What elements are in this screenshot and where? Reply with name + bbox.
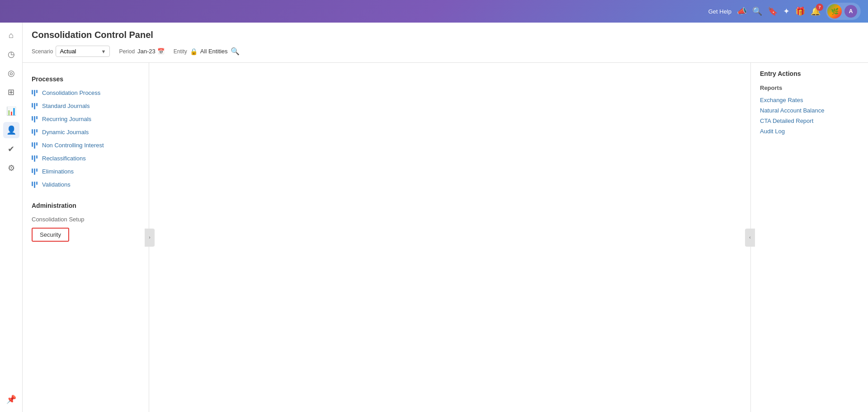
reports-sub-title: Reports [760,84,859,91]
consolidation-process-item[interactable]: Consolidation Process [23,86,149,99]
sidebar-person-icon[interactable]: 👤 [3,122,19,138]
brand-logo-icon: 🌿 [827,4,842,19]
eliminations-icon [32,169,38,175]
processes-section-title: Processes [23,72,149,86]
dynamic-journals-label: Dynamic Journals [42,129,89,136]
standard-journals-label: Standard Journals [42,103,90,109]
recurring-journals-icon [32,116,38,122]
notification-badge: 7 [816,4,823,11]
get-help-button[interactable]: Get Help [708,8,731,15]
sidebar-target-icon[interactable]: ◎ [3,65,19,81]
sidebar-grid-icon[interactable]: ⊞ [3,84,19,100]
user-avatar-container[interactable]: 🌿 A [826,3,861,20]
three-col-layout: Processes Consolidation Process [23,63,868,412]
non-controlling-interest-label: Non Controlling Interest [42,142,104,149]
natural-account-balance-link[interactable]: Natural Account Balance [760,105,859,116]
main-layout: ⌂ ◷ ◎ ⊞ 📊 👤 ✔ ⚙ 📌 Consolidation Control … [0,23,868,412]
non-controlling-interest-icon [32,142,38,149]
period-filter-group: Period Jan-23 📅 [119,48,164,55]
validations-label: Validations [42,181,71,188]
consolidation-setup-label: Consolidation Setup [32,216,84,223]
sidebar-pin-icon[interactable]: 📌 [3,391,19,407]
sidebar-home-icon[interactable]: ⌂ [3,27,19,43]
right-panel-collapse-button[interactable]: ‹ [745,229,755,247]
validations-item[interactable]: Validations [23,178,149,191]
scenario-label: Scenario [32,48,53,55]
top-nav: Get Help 📣 🔍 🔖 ✦ 🎁 🔔 7 🌿 A [0,0,868,23]
standard-journals-icon [32,103,38,109]
administration-section-title: Administration [23,198,149,213]
consolidation-process-icon [32,90,38,96]
page-title: Consolidation Control Panel [32,30,859,40]
right-panel: Entry Actions Reports Exchange Rates Nat… [750,63,868,412]
scenario-dropdown-icon: ▼ [101,49,106,54]
scenario-select[interactable]: Actual ▼ [56,46,110,57]
user-avatar: A [844,5,857,18]
period-display: Jan-23 📅 [137,48,165,55]
security-item[interactable]: Security [32,228,69,242]
sidebar-icons: ⌂ ◷ ◎ ⊞ 📊 👤 ✔ ⚙ 📌 [0,23,23,412]
non-controlling-interest-item[interactable]: Non Controlling Interest [23,139,149,152]
reclassifications-label: Reclassifications [42,155,86,162]
megaphone-icon[interactable]: 📣 [737,6,747,16]
entity-display: 🔒 All Entities 🔍 [190,47,240,56]
page-header: Consolidation Control Panel Scenario Act… [23,23,868,63]
scenario-value: Actual [60,48,76,55]
reclassifications-icon [32,155,38,162]
search-icon[interactable]: 🔍 [752,6,762,16]
entity-value: All Entities [200,48,228,55]
bell-icon[interactable]: 🔔 7 [811,6,821,16]
eliminations-item[interactable]: Eliminations [23,165,149,178]
sidebar-gear-icon[interactable]: ⚙ [3,160,19,176]
entity-lock-icon: 🔒 [190,48,198,55]
recurring-journals-label: Recurring Journals [42,116,91,122]
reclassifications-item[interactable]: Reclassifications [23,152,149,165]
dynamic-journals-icon [32,129,38,136]
standard-journals-item[interactable]: Standard Journals [23,99,149,112]
entry-actions-title: Entry Actions [760,70,859,77]
security-item-wrapper: Security [23,226,149,243]
audit-log-link[interactable]: Audit Log [760,126,859,136]
cta-detailed-report-link[interactable]: CTA Detailed Report [760,116,859,126]
right-panel-wrapper: ‹ Entry Actions Reports Exchange Rates N… [750,63,868,412]
filter-bar: Scenario Actual ▼ Period Jan-23 📅 Entity [32,46,859,62]
bookmark-icon[interactable]: 🔖 [768,6,778,16]
compass-icon[interactable]: ✦ [783,6,790,16]
entity-search-icon[interactable]: 🔍 [231,47,240,56]
sidebar-check-icon[interactable]: ✔ [3,141,19,157]
dynamic-journals-item[interactable]: Dynamic Journals [23,126,149,139]
content-area: Consolidation Control Panel Scenario Act… [23,23,868,412]
gift-icon[interactable]: 🎁 [795,6,805,16]
middle-panel [149,63,750,412]
scenario-filter-group: Scenario Actual ▼ [32,46,110,57]
exchange-rates-link[interactable]: Exchange Rates [760,95,859,105]
entity-label: Entity [174,48,187,55]
left-panel-wrapper: Processes Consolidation Process [23,63,149,412]
consolidation-setup-item[interactable]: Consolidation Setup [23,213,149,226]
sidebar-history-icon[interactable]: ◷ [3,46,19,62]
validations-icon [32,182,38,188]
period-value: Jan-23 [137,48,156,55]
entity-filter-group: Entity 🔒 All Entities 🔍 [174,47,240,56]
recurring-journals-item[interactable]: Recurring Journals [23,112,149,126]
sidebar-chart-icon[interactable]: 📊 [3,103,19,119]
left-panel-collapse-button[interactable]: › [145,229,155,247]
period-label: Period [119,48,135,55]
eliminations-label: Eliminations [42,168,74,175]
consolidation-process-label: Consolidation Process [42,89,100,96]
left-panel: Processes Consolidation Process [23,63,149,412]
calendar-icon[interactable]: 📅 [157,48,165,55]
